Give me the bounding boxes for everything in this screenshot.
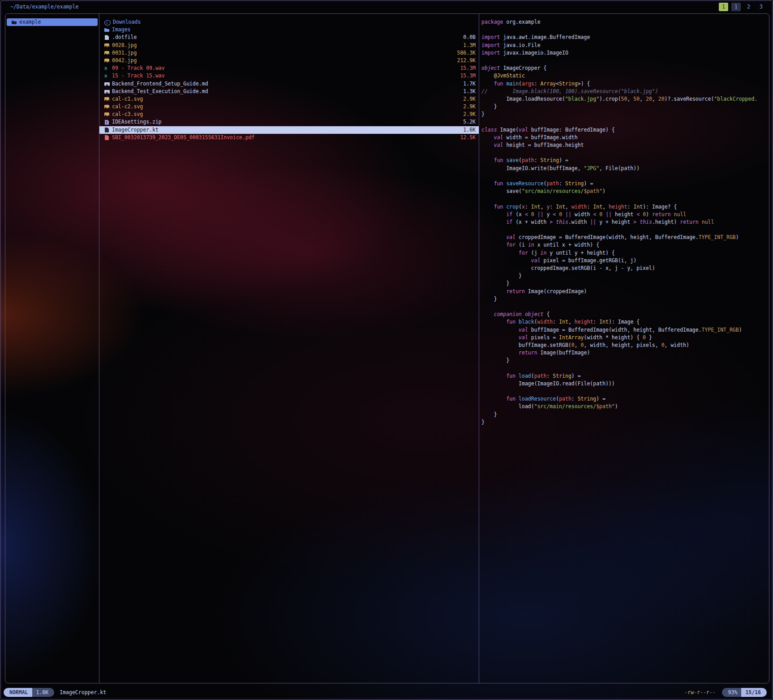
file-size: 12.5K [455,134,476,141]
code-line: val croppedImage = BufferedImage(width, … [481,234,769,241]
code-line: import javax.imageio.ImageIO [481,49,769,57]
code-line [481,57,769,64]
file-size: 5.2K [459,118,476,126]
file-row[interactable]: IDEAsettings.zip5.2K [99,118,479,126]
code-line: fun saveResource(path: String) = [481,180,769,188]
audio-icon [104,66,110,71]
parent-pane: example [5,14,99,683]
markdown-icon [104,81,110,86]
file-size: 586.3K [452,49,476,57]
file-size: 2.9K [459,103,476,111]
workspace-tab-1[interactable]: 1 [719,3,728,11]
folder-icon [104,27,110,32]
code-line: load("src/main/resources/$path") [481,403,769,410]
file-name: ImageCropper.kt [112,126,159,134]
image-icon [104,112,110,117]
file-size: 0.0B [459,34,476,41]
file-row[interactable]: example [7,18,98,26]
status-bar: NORMAL 1.6K ImageCropper.kt -rw-r--r-- 9… [4,687,767,697]
code-line: } [481,280,769,287]
top-bar: ~/Data/example/example 1123 [0,1,773,12]
download-icon [104,20,111,26]
code-line: fun load(path: String) = [481,372,769,380]
image-icon [104,104,110,109]
code-line: object ImageCropper { [481,64,769,72]
code-line: fun loadResource(path: String) = [481,395,769,403]
file-name: 09 - Track 09.wav [112,64,165,72]
code-line: package org.example [481,18,769,26]
code-line [481,226,769,234]
file-row[interactable]: 15 - Track 15.wav15.3M [99,72,479,80]
workspace-tab-1[interactable]: 1 [731,3,741,11]
file-icon [104,128,110,132]
file-name: 0031.jpg [112,49,137,57]
workspace-tab-2[interactable]: 2 [744,3,753,11]
file-row[interactable]: 0031.jpg586.3K [99,49,479,57]
image-icon [104,58,110,63]
file-row[interactable]: 09 - Track 09.wav15.3M [99,64,479,72]
image-icon [104,51,110,55]
code-line: fun black(width: Int, height: Int): Imag… [481,318,769,326]
file-row[interactable]: Downloads [99,18,479,26]
file-row[interactable]: SBI_0032013739_2023_DE05_0003155631Invoi… [99,134,479,141]
file-size: 1.3K [459,88,476,95]
code-line: fun crop(x: Int, y: Int, width: Int, hei… [481,203,769,211]
code-line: fun save(path: String) = [481,157,769,164]
file-name: Backend_Frontend_Setup_Guide.md [112,80,208,88]
scroll-percent-badge: 93% [722,688,742,697]
file-row[interactable]: cal-c1.svg2.9K [99,95,479,103]
file-row[interactable]: 0028.jpg1.3M [99,42,479,49]
file-list: DownloadsImages.dotfile0.0B0028.jpg1.3M0… [99,18,479,141]
code-line: val pixel = buffImage.getRGB(i, j) [481,257,769,265]
file-row[interactable]: cal-c2.svg2.9K [99,103,479,111]
file-size: 2.9K [459,111,476,118]
code-line: buffImage.setRGB(0, 0, width, height, pi… [481,341,769,349]
file-row[interactable]: .dotfile0.0B [99,34,479,41]
file-row[interactable]: Backend_Test_Execution_Guide.md1.3K [99,88,479,95]
breadcrumb-path: ~/Data/example/example [10,4,78,10]
file-row[interactable]: Images [99,26,479,34]
code-line: val height = buffImage.height [481,141,769,149]
file-name: 0042.jpg [112,57,137,64]
file-name: example [19,18,41,26]
code-line: // Image.black(100, 100).saveResource("b… [481,88,769,95]
code-line [481,26,769,34]
file-row[interactable]: 0042.jpg212.9K [99,57,479,64]
file-row[interactable]: ImageCropper.kt1.6K [99,126,479,134]
mode-badge: NORMAL [4,688,32,697]
code-line [481,195,769,203]
code-line: } [481,272,769,280]
code-line: import java.io.File [481,42,769,49]
code-line: Image(ImageIO.read(File(path))) [481,380,769,388]
code-line: } [481,418,769,426]
file-size: 15.3M [455,64,476,72]
code-line: Image.loadResource("black.jpg").crop(50,… [481,95,769,103]
code-line: ImageIO.write(buffImage, "JPG", File(pat… [481,165,769,172]
cursor-position-badge: 15/16 [741,688,767,697]
file-name: cal-c2.svg [112,103,143,111]
code-line [481,303,769,311]
code-line: save("src/main/resources/$path") [481,188,769,195]
code-line: val width = buffImage.width [481,134,769,141]
file-name: 0028.jpg [112,42,137,49]
code-line: fun main(args: Array<String>) { [481,80,769,88]
workspace-tab-3[interactable]: 3 [756,3,766,11]
panes-container: example DownloadsImages.dotfile0.0B0028.… [5,13,769,683]
code-line: croppedImage.setRGB(i - x, j - y, pixel) [481,265,769,272]
code-line [481,388,769,395]
file-name: SBI_0032013739_2023_DE05_0003155631Invoi… [112,134,255,141]
file-name: 15 - Track 15.wav [112,72,165,80]
current-pane: DownloadsImages.dotfile0.0B0028.jpg1.3M0… [99,14,479,683]
file-name: .dotfile [112,34,137,41]
file-size: 15.3M [455,72,476,80]
preview-code: package org.example import java.awt.imag… [479,18,769,426]
code-line [481,118,769,126]
code-line: for (i in x until x + width) { [481,241,769,249]
file-row[interactable]: Backend_Frontend_Setup_Guide.md1.7K [99,80,479,88]
code-line: } [481,411,769,418]
code-line: companion object { [481,311,769,318]
code-line: val buffImage = BufferedImage(width, hei… [481,326,769,334]
file-row[interactable]: cal-c3.svg2.9K [99,111,479,118]
folder-icon [12,20,17,25]
file-name: Images [112,26,131,34]
